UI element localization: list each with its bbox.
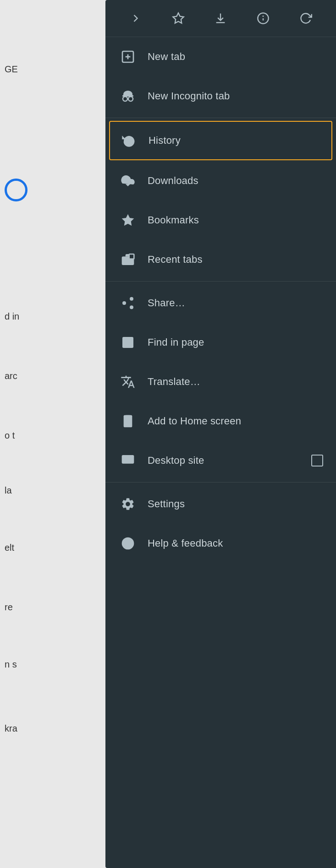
settings-label: Settings bbox=[148, 498, 185, 510]
new-tab-icon bbox=[118, 47, 138, 66]
share-label: Share… bbox=[148, 297, 185, 309]
bg-text-3: arc bbox=[5, 371, 17, 381]
divider-1 bbox=[105, 118, 336, 118]
info-button[interactable] bbox=[253, 8, 273, 28]
menu-item-share[interactable]: Share… bbox=[105, 283, 336, 323]
menu-list: New tab New Incognito tab bbox=[105, 37, 336, 868]
menu-item-history[interactable]: History bbox=[109, 121, 332, 160]
history-icon bbox=[119, 131, 138, 150]
divider-3 bbox=[105, 482, 336, 483]
svg-point-17 bbox=[122, 301, 126, 305]
divider-2 bbox=[105, 281, 336, 282]
menu-item-help[interactable]: Help & feedback bbox=[105, 524, 336, 563]
svg-point-22 bbox=[126, 340, 131, 345]
menu-item-recent-tabs[interactable]: Recent tabs bbox=[105, 240, 336, 279]
svg-rect-15 bbox=[129, 254, 134, 259]
bg-text-6: elt bbox=[5, 542, 14, 553]
add-home-icon bbox=[118, 412, 138, 431]
bg-text-1: GE bbox=[5, 64, 18, 75]
downloads-label: Downloads bbox=[148, 175, 198, 187]
bg-text-4: o t bbox=[5, 430, 15, 441]
help-icon bbox=[118, 534, 138, 553]
find-icon bbox=[118, 333, 138, 352]
svg-point-9 bbox=[123, 97, 127, 101]
menu-item-new-tab[interactable]: New tab bbox=[105, 37, 336, 76]
share-icon bbox=[118, 293, 138, 313]
history-label: History bbox=[149, 135, 181, 146]
incognito-label: New Incognito tab bbox=[148, 90, 230, 102]
menu-item-desktop[interactable]: Desktop site bbox=[105, 441, 336, 480]
menu-item-find[interactable]: Find in page bbox=[105, 323, 336, 362]
forward-button[interactable] bbox=[126, 8, 146, 28]
menu-item-settings[interactable]: Settings bbox=[105, 484, 336, 524]
help-label: Help & feedback bbox=[148, 537, 223, 549]
refresh-button[interactable] bbox=[296, 8, 316, 28]
bookmarks-label: Bookmarks bbox=[148, 214, 199, 226]
find-label: Find in page bbox=[148, 336, 204, 348]
download-button[interactable] bbox=[210, 8, 231, 28]
translate-label: Translate… bbox=[148, 376, 200, 388]
svg-rect-26 bbox=[122, 455, 134, 464]
bookmarks-icon bbox=[118, 211, 138, 230]
menu-toolbar bbox=[105, 0, 336, 37]
downloads-icon bbox=[118, 171, 138, 190]
menu-item-incognito[interactable]: New Incognito tab bbox=[105, 76, 336, 116]
svg-marker-13 bbox=[122, 214, 134, 226]
blue-circle-decoration bbox=[5, 179, 28, 201]
menu-item-translate[interactable]: Translate… bbox=[105, 362, 336, 401]
svg-line-20 bbox=[126, 300, 130, 302]
menu-item-add-home[interactable]: Add to Home screen bbox=[105, 401, 336, 441]
bg-text-7: re bbox=[5, 602, 13, 613]
bg-text-5: la bbox=[5, 485, 12, 496]
bg-text-8: n s bbox=[5, 659, 17, 670]
recent-tabs-label: Recent tabs bbox=[148, 254, 203, 266]
desktop-label: Desktop site bbox=[148, 455, 204, 467]
new-tab-label: New tab bbox=[148, 51, 185, 63]
desktop-icon bbox=[118, 451, 138, 470]
bg-text-9: kra bbox=[5, 723, 17, 734]
chrome-menu: New tab New Incognito tab bbox=[105, 0, 336, 868]
desktop-site-checkbox[interactable] bbox=[311, 455, 323, 467]
menu-item-downloads[interactable]: Downloads bbox=[105, 161, 336, 201]
svg-marker-0 bbox=[173, 13, 183, 23]
svg-point-10 bbox=[128, 97, 133, 101]
translate-icon bbox=[118, 372, 138, 391]
add-home-label: Add to Home screen bbox=[148, 415, 241, 427]
svg-point-16 bbox=[130, 297, 133, 301]
bg-text-2: d in bbox=[5, 311, 19, 322]
recent-tabs-icon bbox=[118, 250, 138, 269]
incognito-icon bbox=[118, 87, 138, 106]
svg-line-19 bbox=[126, 304, 130, 306]
menu-item-bookmarks[interactable]: Bookmarks bbox=[105, 201, 336, 240]
bookmark-button[interactable] bbox=[168, 8, 188, 28]
checkbox-empty-icon bbox=[311, 455, 323, 467]
svg-point-18 bbox=[130, 305, 133, 309]
settings-icon bbox=[118, 494, 138, 514]
